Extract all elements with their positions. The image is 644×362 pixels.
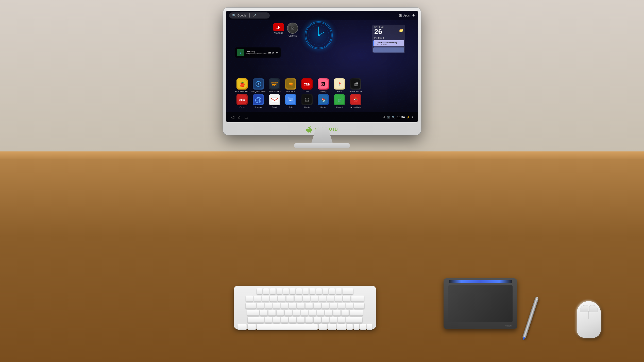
key-9[interactable]: [319, 296, 326, 302]
key-f8[interactable]: [310, 288, 315, 295]
key-7[interactable]: [303, 296, 310, 302]
key-f3[interactable]: [277, 288, 282, 295]
key-f11[interactable]: [329, 288, 335, 295]
key-esc[interactable]: [257, 288, 262, 295]
key-w[interactable]: [265, 303, 272, 309]
key-f10[interactable]: [323, 288, 328, 295]
key-f2[interactable]: [270, 288, 276, 295]
app-movie-studio[interactable]: 🎬 Movie Studio: [349, 78, 363, 93]
prev-button[interactable]: ⏮: [268, 51, 271, 54]
app-music[interactable]: 🎧 Music: [300, 94, 314, 108]
key-n[interactable]: [306, 317, 313, 323]
key-quote[interactable]: [342, 310, 349, 316]
key-up[interactable]: [354, 324, 359, 330]
key-s[interactable]: [268, 310, 276, 316]
key-j[interactable]: [309, 310, 316, 316]
key-f1[interactable]: [263, 288, 269, 295]
key-rbracket[interactable]: [346, 303, 353, 309]
key-l[interactable]: [325, 310, 332, 316]
app-pulse[interactable]: pulse Pulse: [235, 94, 249, 108]
key-d[interactable]: [277, 310, 284, 316]
key-lbracket[interactable]: [338, 303, 345, 309]
key-f[interactable]: [285, 310, 292, 316]
key-k[interactable]: [317, 310, 324, 316]
app-fruit-ninja[interactable]: 🍎 Fruit Ninja THD: [235, 78, 249, 93]
key-lctrl[interactable]: [238, 324, 247, 330]
key-c[interactable]: [281, 317, 288, 323]
key-a[interactable]: [260, 310, 267, 316]
search-bar[interactable]: 🔍 Google 🎤: [229, 12, 270, 19]
key-left[interactable]: [347, 324, 353, 330]
key-b[interactable]: [297, 317, 304, 323]
key-minus[interactable]: [335, 296, 342, 302]
key-u[interactable]: [306, 303, 313, 309]
key-f6[interactable]: [296, 288, 302, 295]
key-3[interactable]: [270, 296, 277, 302]
app-browser[interactable]: Browser: [251, 94, 265, 108]
key-caps[interactable]: [247, 310, 259, 316]
key-f9[interactable]: [316, 288, 322, 295]
key-delete[interactable]: [343, 288, 353, 295]
key-8[interactable]: [311, 296, 318, 302]
key-r[interactable]: [281, 303, 288, 309]
key-z[interactable]: [265, 317, 272, 323]
recent-apps-button[interactable]: ▭: [244, 115, 248, 120]
key-backspace[interactable]: [351, 296, 364, 302]
key-v[interactable]: [289, 317, 296, 323]
home-button[interactable]: ⌂: [238, 115, 241, 119]
key-slash[interactable]: [338, 317, 345, 323]
key-fn[interactable]: [328, 324, 336, 330]
app-google-sky[interactable]: ☆ Google Sky Mat: [251, 78, 265, 93]
app-amazon-mp3[interactable]: amazonMP3 Amazon MP3: [267, 78, 282, 93]
key-o[interactable]: [322, 303, 329, 309]
key-g[interactable]: [293, 310, 300, 316]
key-f12[interactable]: [336, 288, 342, 295]
key-y[interactable]: [297, 303, 304, 309]
back-button[interactable]: ◁: [231, 115, 234, 120]
key-enter[interactable]: [350, 310, 363, 316]
app-angry-birds[interactable]: Angry Birds: [349, 94, 363, 108]
key-lalt[interactable]: [248, 324, 256, 330]
key-0[interactable]: [327, 296, 334, 302]
app-cnn[interactable]: CNN CNN: [300, 78, 314, 93]
key-rctrl[interactable]: [337, 324, 346, 330]
key-m[interactable]: [314, 317, 321, 323]
mic-icon[interactable]: 🎤: [253, 14, 257, 17]
youtube-widget[interactable]: You YouTube: [273, 23, 284, 34]
mouse-left-button[interactable]: [580, 305, 588, 312]
key-return[interactable]: [354, 303, 364, 309]
key-h[interactable]: [301, 310, 308, 316]
app-talk[interactable]: talk Talk: [284, 94, 298, 108]
key-q[interactable]: [257, 303, 264, 309]
key-ralt[interactable]: [319, 324, 327, 330]
key-equals[interactable]: [343, 296, 350, 302]
key-i[interactable]: [314, 303, 321, 309]
key-2[interactable]: [262, 296, 269, 302]
key-lshift[interactable]: [248, 317, 264, 323]
key-f4[interactable]: [283, 288, 289, 295]
key-x[interactable]: [273, 317, 280, 323]
key-4[interactable]: [278, 296, 285, 302]
app-books[interactable]: 📚 Books: [316, 94, 330, 108]
key-comma[interactable]: [322, 317, 329, 323]
key-period[interactable]: [330, 317, 337, 323]
key-t[interactable]: [289, 303, 296, 309]
app-maps[interactable]: 📍 Maps: [332, 78, 347, 93]
key-f5[interactable]: [290, 288, 295, 295]
calendar-event[interactable]: Third Bracket Meeting 7am – 8:30am: [373, 40, 404, 46]
key-1[interactable]: [254, 296, 261, 302]
apps-button[interactable]: ⊞ Apps: [399, 13, 410, 18]
key-space[interactable]: [257, 324, 318, 330]
key-p[interactable]: [330, 303, 337, 309]
app-gmail[interactable]: Gmail: [267, 94, 282, 108]
camera-widget[interactable]: Camera: [287, 23, 298, 37]
key-6[interactable]: [295, 296, 302, 302]
key-right[interactable]: [367, 324, 372, 330]
wacom-active-area[interactable]: [448, 285, 513, 322]
key-tab[interactable]: [246, 303, 256, 309]
play-button[interactable]: ▶: [273, 51, 275, 54]
key-5[interactable]: [286, 296, 294, 302]
key-e[interactable]: [273, 303, 280, 309]
key-rshift[interactable]: [346, 317, 362, 323]
key-f7[interactable]: [303, 288, 309, 295]
